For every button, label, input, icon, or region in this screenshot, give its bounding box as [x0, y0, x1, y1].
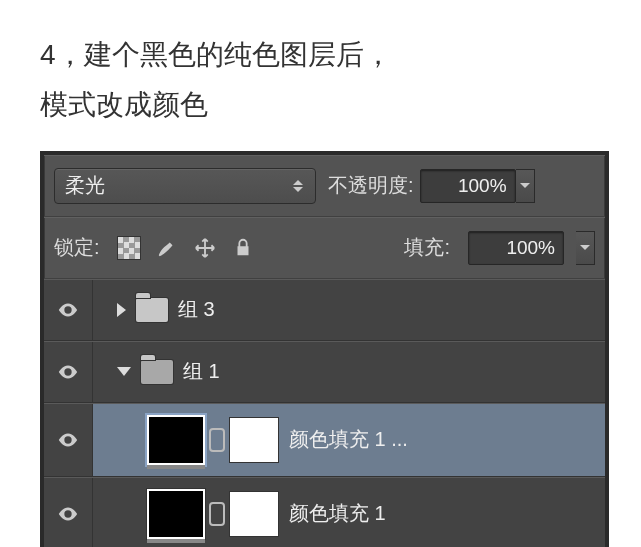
layer-name: 组 3	[178, 296, 215, 323]
mask-thumbnail[interactable]	[229, 417, 279, 463]
fill-thumbnail[interactable]	[147, 415, 205, 465]
fill-value-input[interactable]: 100%	[468, 231, 564, 265]
instruction-text: 4，建个黑色的纯色图层后， 模式改成颜色	[0, 0, 641, 151]
layer-row-group[interactable]: 组 1	[44, 341, 605, 403]
opacity-dropdown-icon[interactable]	[516, 169, 535, 203]
expand-icon[interactable]	[117, 303, 126, 317]
visibility-toggle[interactable]	[44, 280, 93, 340]
layer-row-group[interactable]: 组 3	[44, 279, 605, 341]
mask-thumbnail[interactable]	[229, 491, 279, 537]
fill-value-text: 100%	[506, 237, 555, 259]
layer-content: 组 3	[93, 280, 605, 340]
fill-label: 填充:	[404, 234, 450, 261]
blend-mode-value: 柔光	[65, 172, 105, 199]
layers-list: 组 3 组 1 颜	[44, 279, 605, 547]
layer-name: 颜色填充 1 ...	[289, 426, 408, 453]
lock-all-icon[interactable]	[230, 235, 256, 261]
folder-icon	[136, 298, 168, 322]
folder-open-icon	[141, 360, 173, 384]
fill-thumbnail[interactable]	[147, 489, 205, 539]
lock-label: 锁定:	[54, 234, 100, 261]
layer-thumbnails	[147, 415, 279, 465]
instruction-line-2: 模式改成颜色	[40, 80, 601, 130]
collapse-icon[interactable]	[117, 367, 131, 376]
blend-mode-select[interactable]: 柔光	[54, 168, 316, 204]
layer-content: 颜色填充 1	[93, 478, 605, 547]
eye-icon	[57, 361, 79, 383]
opacity-value-text: 100%	[458, 175, 507, 197]
eye-icon	[57, 429, 79, 451]
eye-icon	[57, 503, 79, 525]
opacity-value-input[interactable]: 100%	[420, 169, 516, 203]
blend-opacity-row: 柔光 不透明度: 100%	[44, 155, 605, 217]
instruction-line-1: 4，建个黑色的纯色图层后，	[40, 30, 601, 80]
lock-fill-row: 锁定: 填充: 100%	[44, 217, 605, 279]
layer-name: 组 1	[183, 358, 220, 385]
visibility-toggle[interactable]	[44, 342, 93, 402]
lock-brush-icon[interactable]	[154, 235, 180, 261]
lock-transparent-icon[interactable]	[116, 235, 142, 261]
layer-content-selected: 颜色填充 1 ...	[93, 404, 605, 476]
layer-thumbnails	[147, 489, 279, 539]
dropdown-arrows-icon	[291, 180, 305, 192]
link-icon[interactable]	[209, 428, 225, 452]
link-icon[interactable]	[209, 502, 225, 526]
eye-icon	[57, 299, 79, 321]
visibility-toggle[interactable]	[44, 478, 93, 547]
layer-name: 颜色填充 1	[289, 500, 386, 527]
lock-move-icon[interactable]	[192, 235, 218, 261]
fill-dropdown-icon[interactable]	[576, 231, 595, 265]
layer-row-fill[interactable]: 颜色填充 1 ...	[44, 403, 605, 477]
visibility-toggle[interactable]	[44, 404, 93, 476]
layer-row-fill[interactable]: 颜色填充 1	[44, 477, 605, 547]
layer-content: 组 1	[93, 342, 605, 402]
opacity-label: 不透明度:	[328, 172, 414, 199]
layers-panel: 柔光 不透明度: 100% 锁定: 填充: 100%	[40, 151, 609, 547]
